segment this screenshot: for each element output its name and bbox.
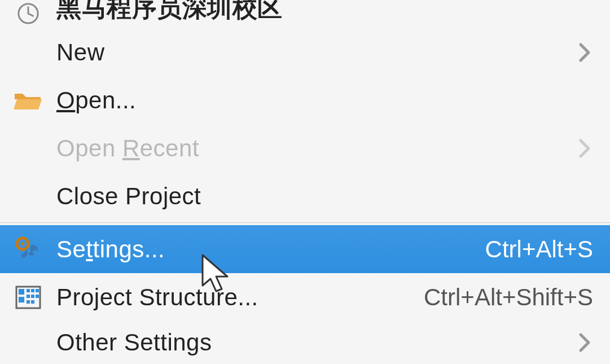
- menu-item-label: Open Recent: [56, 135, 199, 162]
- svg-rect-15: [31, 300, 34, 304]
- menu-item-label: Close Project: [56, 183, 201, 210]
- menu-item-label: Project Structure...: [56, 284, 258, 311]
- menu-item-settings[interactable]: Settings... Ctrl+Alt+S: [0, 225, 610, 273]
- svg-rect-13: [36, 295, 39, 298]
- svg-rect-10: [36, 289, 39, 292]
- clock-icon: [0, 2, 56, 25]
- folder-open-icon: [0, 89, 56, 112]
- menu-item-open-recent: Open Recent: [0, 124, 610, 172]
- svg-point-4: [21, 242, 24, 245]
- menu-item-open[interactable]: Open...: [0, 76, 610, 124]
- menu-item-label: Open...: [56, 87, 136, 114]
- svg-rect-14: [27, 300, 30, 304]
- menu-item-label: Other Settings: [56, 329, 212, 356]
- menu-item-new[interactable]: New: [0, 28, 610, 76]
- menu-separator: [0, 222, 610, 223]
- svg-rect-12: [31, 295, 34, 298]
- svg-rect-6: [19, 289, 24, 295]
- svg-rect-11: [27, 295, 30, 298]
- menu-item-project-title[interactable]: 黑马程序员深圳校区: [0, 0, 610, 28]
- menu-item-label: New: [56, 39, 105, 66]
- svg-rect-8: [27, 289, 30, 292]
- chevron-right-icon: [576, 138, 593, 159]
- menu-item-shortcut: Ctrl+Alt+S: [485, 236, 593, 263]
- chevron-right-icon: [576, 42, 593, 63]
- chevron-right-icon: [576, 332, 593, 353]
- menu-item-other-settings[interactable]: Other Settings: [0, 321, 610, 363]
- svg-line-2: [28, 14, 33, 16]
- svg-rect-7: [19, 297, 24, 302]
- svg-rect-9: [31, 289, 34, 292]
- menu-item-label: Settings...: [56, 236, 165, 263]
- gear-wrench-icon: [0, 236, 56, 263]
- project-title-label: 黑马程序员深圳校区: [56, 0, 283, 25]
- project-structure-icon: [0, 284, 56, 310]
- menu-item-shortcut: Ctrl+Alt+Shift+S: [424, 284, 593, 311]
- file-menu: 黑马程序员深圳校区 New Open... Open Recent: [0, 0, 610, 363]
- menu-item-close-project[interactable]: Close Project: [0, 172, 610, 220]
- menu-item-project-structure[interactable]: Project Structure... Ctrl+Alt+Shift+S: [0, 273, 610, 321]
